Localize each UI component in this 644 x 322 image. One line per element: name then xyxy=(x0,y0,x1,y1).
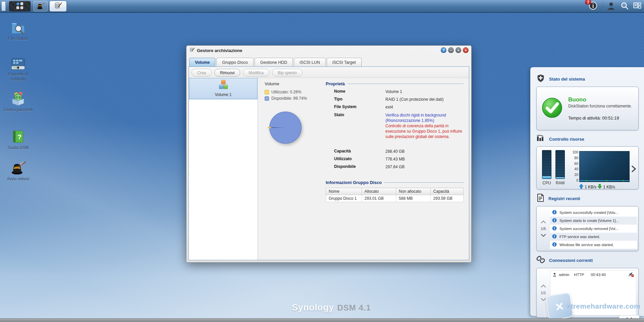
recent-logs-card: 1/5 System successfully created [Volu...… xyxy=(536,206,639,251)
logs-page-down-chevron[interactable] xyxy=(541,233,546,237)
watermark-text: xtremehardware.com xyxy=(567,302,640,310)
upload-arrow-icon xyxy=(579,184,583,190)
col-allocated: Allocato xyxy=(362,188,396,195)
storage-manager-icon xyxy=(54,1,62,11)
log-document-icon xyxy=(536,193,544,203)
legend-free: Disponibile: 99.74% xyxy=(265,96,321,101)
widgets-icon xyxy=(633,1,642,11)
chain-link-icon xyxy=(536,255,545,265)
legend-free-label: Disponibile: 99.74% xyxy=(271,96,307,101)
resource-monitor-header: Controllo risorse xyxy=(536,134,639,144)
main-menu-icon xyxy=(15,1,24,11)
volume-item-label: Volume 1 xyxy=(215,92,231,97)
volume-cubes-icon xyxy=(218,80,229,91)
dsm-help-icon: ? xyxy=(2,129,34,144)
log-entry: System starts to create [Volume 1]... xyxy=(550,217,637,225)
widget-title: Registri recenti xyxy=(548,196,580,201)
task-button-quick-start[interactable] xyxy=(34,1,48,11)
volume-detail-panel: Volume Utilizzato: 0.26% Disponibile: 99… xyxy=(258,78,469,260)
svg-text:?: ? xyxy=(17,133,21,141)
desktop-icon-label: Pannello di controllo xyxy=(2,72,34,82)
connection-time: 00:43:40 xyxy=(591,273,606,277)
search-button[interactable] xyxy=(619,2,630,11)
synology-logo: Synology xyxy=(292,303,334,313)
prop-row-available: Disponibile 287.64 GB xyxy=(326,164,464,170)
disconnect-icon[interactable] xyxy=(628,272,634,278)
widget-title: Controllo risorse xyxy=(549,137,584,142)
notifications-button[interactable]: 2 xyxy=(588,2,598,11)
status-info-text: Verifica dischi rigidi in background (Ri… xyxy=(385,113,446,123)
task-button-storage-manager[interactable] xyxy=(50,1,66,11)
close-button[interactable]: × xyxy=(463,47,469,53)
tab-iscsi-target[interactable]: iSCSI Target xyxy=(327,58,362,66)
cpu-meter: CPU xyxy=(542,150,551,185)
panel-title: Volume xyxy=(265,81,321,86)
window-titlebar[interactable]: Gestore archiviazione ? – + × xyxy=(186,46,471,55)
create-button[interactable]: Crea xyxy=(192,69,212,77)
tab-hdd-management[interactable]: Gestione HDD xyxy=(255,58,293,66)
desktop-icon-control-panel[interactable]: Pannello di controllo xyxy=(2,56,34,82)
window-content-frame: Crea Rimuovi Modifica Bip spento xyxy=(189,66,469,260)
volume-list-panel: Volume 1 xyxy=(189,78,258,260)
desktop-icon-label: Centro pacchetti xyxy=(2,107,34,112)
magic-hat-icon xyxy=(2,160,34,175)
storage-manager-icon xyxy=(189,47,195,54)
network-speed: 1 KB/s 1 KB/s xyxy=(579,184,630,190)
main-menu-button[interactable] xyxy=(9,1,31,11)
show-desktop-button[interactable] xyxy=(1,1,6,11)
info-circle-icon xyxy=(552,242,557,247)
help-button[interactable]: ? xyxy=(441,47,446,53)
prop-row-status: Stato Verifica dischi rigidi in backgrou… xyxy=(326,112,464,140)
connection-user: admin xyxy=(559,273,569,277)
logs-page-indicator: 1/5 xyxy=(541,227,546,231)
download-arrow-icon xyxy=(598,184,602,190)
resource-monitor-expand-chevron[interactable] xyxy=(632,166,636,174)
file-station-icon xyxy=(2,19,34,35)
prop-row-type: Tipo RAID 1 (Con protezione dei dati) xyxy=(326,97,464,102)
connection-row: admin HTTP 00:43:40 xyxy=(550,271,636,279)
log-entry: System successfully created [Volu... xyxy=(550,209,637,217)
recent-logs-header: Registri recenti xyxy=(536,193,639,203)
logs-page-up-chevron[interactable] xyxy=(541,220,546,224)
control-panel-icon xyxy=(2,56,34,71)
disk-group-heading: Informazioni Gruppo Disco xyxy=(326,180,464,185)
desktop: 2 xyxy=(0,0,644,322)
desktop-icon-file-station[interactable]: File Station xyxy=(2,19,34,41)
tab-disk-group[interactable]: Gruppo Disco xyxy=(216,58,253,66)
tray-separator xyxy=(603,1,603,11)
window-title: Gestore archiviazione xyxy=(197,48,242,53)
disk-group-row[interactable]: Gruppo Disco 1 293.01 GB 588 MB 293.59 G… xyxy=(326,195,464,202)
prop-row-used: Utilizzato 776.43 MB xyxy=(326,156,464,162)
edit-button[interactable]: Modifica xyxy=(243,69,269,77)
desktop-icon-dsm-help[interactable]: ? Guida DSM xyxy=(2,129,34,150)
widgets-sidebar: Stato del sistema Buono DiskStation funz… xyxy=(530,67,644,316)
widgets-button[interactable] xyxy=(632,2,643,11)
prop-row-capacity: Capacità 288.40 GB xyxy=(326,149,464,154)
system-status-card: Buono DiskStation funziona correttamente… xyxy=(536,87,639,130)
shield-icon xyxy=(536,74,545,84)
search-icon xyxy=(620,1,629,11)
remove-button[interactable]: Rimuovi xyxy=(214,69,240,77)
info-circle-icon xyxy=(552,234,557,239)
connections-page-down-chevron[interactable] xyxy=(541,297,546,302)
connections-header: Connessioni correnti xyxy=(536,255,639,265)
logs-list: System successfully created [Volu... Sys… xyxy=(550,209,637,249)
tab-volume[interactable]: Volume xyxy=(189,58,215,66)
desktop-icon-quick-start[interactable]: Avvio veloce xyxy=(2,160,34,182)
user-menu-button[interactable] xyxy=(606,2,616,11)
legend-free-swatch xyxy=(265,96,269,101)
system-status-header: Stato del sistema xyxy=(536,74,639,84)
desktop-icon-package-center[interactable]: Centro pacchetti xyxy=(2,91,34,112)
maximize-button[interactable]: + xyxy=(455,47,461,53)
desktop-icon-label: File Station xyxy=(2,36,34,41)
beep-off-button[interactable]: Bip spento xyxy=(272,69,303,77)
package-center-icon xyxy=(2,91,34,106)
minimize-button[interactable]: – xyxy=(448,47,454,53)
info-circle-icon xyxy=(552,226,557,231)
info-circle-icon xyxy=(552,218,557,223)
connections-page-up-chevron[interactable] xyxy=(541,284,546,288)
upload-speed: 1 KB/s xyxy=(585,185,596,189)
volume-list-item[interactable]: Volume 1 xyxy=(189,78,258,99)
tab-iscsi-lun[interactable]: iSCSI LUN xyxy=(294,58,325,66)
properties-heading: Proprietà xyxy=(326,81,464,86)
